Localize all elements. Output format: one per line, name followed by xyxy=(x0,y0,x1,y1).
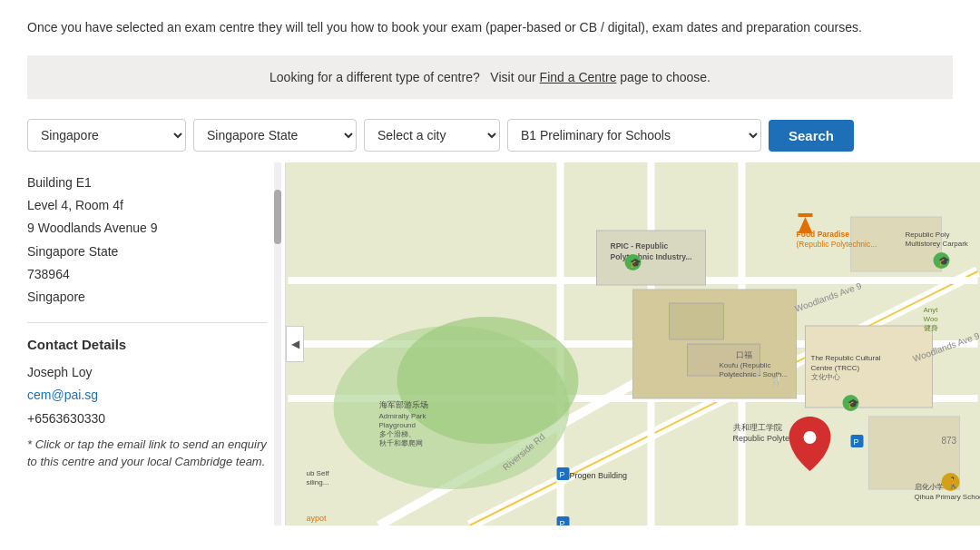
svg-text:海军部游乐场: 海军部游乐场 xyxy=(379,400,428,409)
svg-text:Woo: Woo xyxy=(924,315,939,323)
svg-text:siling...: siling... xyxy=(307,478,329,486)
map-svg: Woodlands Ave 9 Riverside Rd Woodlands A… xyxy=(286,162,980,525)
svg-text:多个滑梯、: 多个滑梯、 xyxy=(379,430,416,438)
svg-text:The Republic Cultural: The Republic Cultural xyxy=(811,354,881,362)
svg-text:Anyt: Anyt xyxy=(924,306,939,314)
info-banner: Looking for a different type of centre? … xyxy=(27,55,953,99)
city-select[interactable]: Select a city xyxy=(364,119,500,152)
svg-text:Koufu (Republic: Koufu (Republic xyxy=(720,361,771,369)
svg-text:秋千和攀爬网: 秋千和攀爬网 xyxy=(379,439,423,447)
intro-text: Once you have selected an exam centre th… xyxy=(0,0,980,46)
svg-text:🎓: 🎓 xyxy=(630,257,642,269)
contact-note: * Click or tap the email link to send an… xyxy=(27,436,267,471)
svg-text:文化中心: 文化中心 xyxy=(811,373,840,381)
svg-text:Polytechnic Industry...: Polytechnic Industry... xyxy=(611,252,692,261)
contact-section: Contact Details Joseph Loy cem@pai.sg +6… xyxy=(27,337,267,471)
svg-point-67 xyxy=(804,431,817,444)
address-line1: Building E1 xyxy=(27,172,267,194)
map-area[interactable]: ◀ xyxy=(286,162,980,525)
address-line3: 9 Woodlands Avenue 9 xyxy=(27,217,267,240)
address-line6: Singapore xyxy=(27,286,267,309)
exam-select[interactable]: B1 Preliminary for Schools xyxy=(507,119,761,152)
svg-rect-13 xyxy=(670,303,724,339)
svg-text:(Republic Polytechnic...: (Republic Polytechnic... xyxy=(797,240,877,249)
svg-text:P: P xyxy=(560,519,565,525)
svg-text:Admiralty Park: Admiralty Park xyxy=(379,412,427,420)
find-a-centre-link[interactable]: Find a Centre xyxy=(540,70,617,84)
collapse-arrow-icon: ◀ xyxy=(291,338,299,350)
svg-text:健身: 健身 xyxy=(924,324,938,332)
svg-text:Multistorey Carpark: Multistorey Carpark xyxy=(906,240,969,248)
svg-text:Centre (TRCC): Centre (TRCC) xyxy=(811,364,860,372)
svg-text:启化小学: 启化小学 xyxy=(915,483,944,491)
address-line5: 738964 xyxy=(27,263,267,286)
svg-text:Progen Building: Progen Building xyxy=(570,471,628,480)
state-select[interactable]: Singapore State xyxy=(193,119,357,152)
svg-text:ub Self: ub Self xyxy=(307,469,330,477)
svg-text:Republic Poly: Republic Poly xyxy=(906,231,950,239)
scrollbar-track[interactable] xyxy=(274,162,281,525)
map-collapse-button[interactable]: ◀ xyxy=(286,326,304,362)
scrollbar-thumb[interactable] xyxy=(274,190,281,244)
svg-text:P: P xyxy=(560,470,565,479)
svg-text:Playground: Playground xyxy=(379,421,416,429)
address-section: Building E1 Level 4, Room 4f 9 Woodlands… xyxy=(27,172,267,323)
svg-rect-60 xyxy=(799,213,813,217)
svg-text:🎓: 🎓 xyxy=(848,398,859,409)
main-content: Building E1 Level 4, Room 4f 9 Woodlands… xyxy=(0,162,980,525)
svg-text:口福: 口福 xyxy=(736,350,752,359)
svg-point-11 xyxy=(397,317,579,444)
svg-text:共和理工学院: 共和理工学院 xyxy=(733,423,782,432)
contact-name: Joseph Loy xyxy=(27,361,267,384)
address-line4: Singapore State xyxy=(27,241,267,263)
svg-text:RPIC - Republic: RPIC - Republic xyxy=(611,241,669,250)
search-bar: Singapore Singapore State Select a city … xyxy=(0,108,980,162)
svg-text:P: P xyxy=(854,437,859,447)
left-panel: Building E1 Level 4, Room 4f 9 Woodlands… xyxy=(0,162,286,525)
svg-text:873: 873 xyxy=(942,436,957,446)
svg-text:🚶: 🚶 xyxy=(946,476,960,489)
contact-heading: Contact Details xyxy=(27,337,267,352)
svg-text:🎓: 🎓 xyxy=(938,255,950,267)
address-line2: Level 4, Room 4f xyxy=(27,194,267,217)
svg-text:aypot: aypot xyxy=(307,514,328,523)
contact-phone: +6563630330 xyxy=(27,408,267,430)
search-button[interactable]: Search xyxy=(769,120,854,152)
svg-text:🍴: 🍴 xyxy=(769,373,783,387)
svg-text:Qihua Primary Schoo: Qihua Primary Schoo xyxy=(915,493,981,501)
contact-email-link[interactable]: cem@pai.sg xyxy=(27,388,98,402)
country-select[interactable]: Singapore xyxy=(27,119,186,152)
